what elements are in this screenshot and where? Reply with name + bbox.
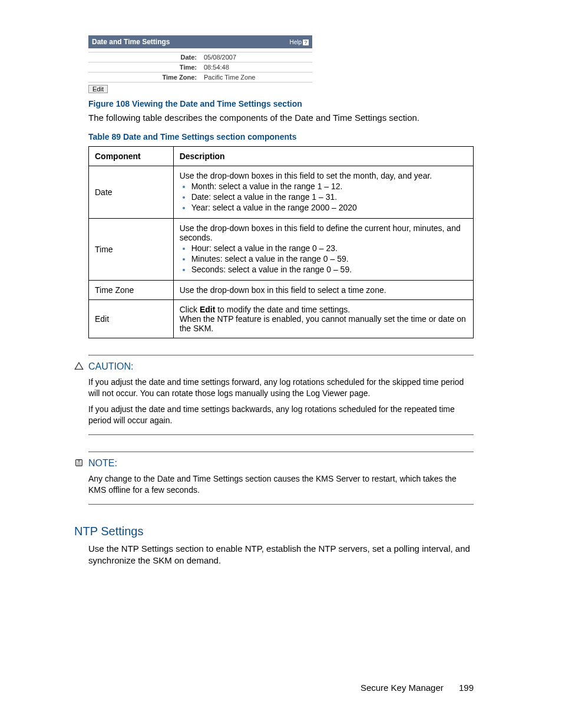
component-name: Edit — [89, 300, 174, 338]
page-footer: Secure Key Manager 199 — [361, 683, 474, 693]
components-table: Component Description Date Use the drop-… — [88, 146, 474, 338]
list-item: Hour: select a value in the range 0 – 23… — [191, 243, 467, 253]
list-item: Year: select a value in the range 2000 –… — [191, 203, 467, 212]
help-link: Help? — [289, 39, 309, 45]
caution-text: If you adjust the date and time settings… — [88, 377, 474, 399]
col-header-component: Component — [89, 147, 174, 166]
table-row: Time Zone Use the drop-down box in this … — [89, 281, 474, 300]
col-header-description: Description — [173, 147, 473, 166]
screenshot-label: Time: — [88, 62, 200, 73]
section-heading-ntp: NTP Settings — [74, 525, 474, 538]
component-desc: Click Edit to modify the date and time s… — [173, 300, 473, 338]
screenshot-row: Date: 05/08/2007 — [88, 52, 312, 62]
note-text: Any change to the Date and Time Settings… — [88, 473, 474, 496]
component-name: Time Zone — [89, 281, 174, 300]
settings-screenshot: Date and Time Settings Help? Date: 05/08… — [88, 35, 312, 93]
table-row: Edit Click Edit to modify the date and t… — [89, 300, 474, 338]
screenshot-table: Date: 05/08/2007 Time: 08:54:48 Time Zon… — [88, 52, 312, 83]
list-item: Month: select a value in the range 1 – 1… — [191, 182, 467, 191]
footer-product: Secure Key Manager — [361, 683, 444, 693]
screenshot-row: Time: 08:54:48 — [88, 62, 312, 73]
list-item: Minutes: select a value in the range 0 –… — [191, 254, 467, 263]
caution-title: CAUTION: — [88, 361, 474, 372]
ntp-body: Use the NTP Settings section to enable N… — [88, 543, 474, 567]
component-desc: Use the drop-down box in this field to s… — [173, 281, 473, 300]
help-icon: ? — [303, 39, 309, 45]
note-title: NOTE: — [88, 458, 474, 469]
caution-text: If you adjust the date and time settings… — [88, 404, 474, 426]
screenshot-label: Date: — [88, 52, 200, 62]
figure-caption: Figure 108 Viewing the Date and Time Set… — [88, 99, 474, 108]
component-name: Date — [89, 166, 174, 219]
component-desc: Use the drop-down boxes in this field to… — [173, 219, 473, 281]
screenshot-title: Date and Time Settings — [92, 38, 170, 46]
footer-page-number: 199 — [459, 683, 474, 693]
screenshot-titlebar: Date and Time Settings Help? — [88, 35, 312, 48]
component-desc: Use the drop-down boxes in this field to… — [173, 166, 473, 219]
table-row: Date Use the drop-down boxes in this fie… — [89, 166, 474, 219]
edit-button-screenshot: Edit — [88, 85, 108, 93]
screenshot-value: Pacific Time Zone — [200, 73, 312, 83]
table-caption: Table 89 Date and Time Settings section … — [88, 132, 474, 141]
table-row: Time Use the drop-down boxes in this fie… — [89, 219, 474, 281]
component-name: Time — [89, 219, 174, 281]
screenshot-row: Time Zone: Pacific Time Zone — [88, 73, 312, 83]
intro-text: The following table describes the compon… — [88, 112, 474, 124]
list-item: Date: select a value in the range 1 – 31… — [191, 192, 467, 202]
note-icon — [74, 458, 84, 467]
screenshot-value: 05/08/2007 — [200, 52, 312, 62]
screenshot-value: 08:54:48 — [200, 62, 312, 73]
screenshot-label: Time Zone: — [88, 73, 200, 83]
caution-icon — [74, 361, 84, 371]
caution-block: CAUTION: If you adjust the date and time… — [88, 355, 474, 435]
note-block: NOTE: Any change to the Date and Time Se… — [88, 452, 474, 505]
list-item: Seconds: select a value in the range 0 –… — [191, 265, 467, 274]
